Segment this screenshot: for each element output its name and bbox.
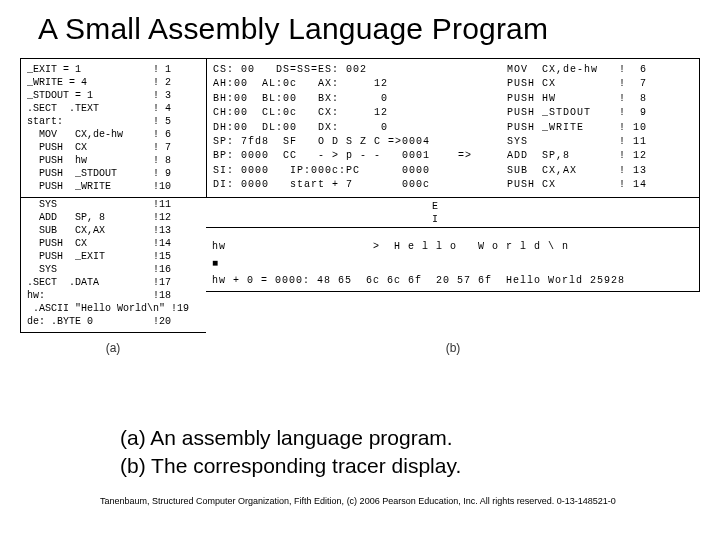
figure-container: _EXIT = 1 ! 1 _WRITE = 4 ! 2 _STDOUT = 1…	[20, 58, 700, 398]
credit-line: Tanenbaum, Structured Computer Organizat…	[100, 496, 616, 506]
panel-b-right-col: E I hw > H e l l o W o r l d \ n ■ hw + …	[206, 198, 700, 333]
caption-block: (a) An assembly language program. (b) Th…	[120, 424, 700, 480]
panel-b-registers: CS: 00 DS=SS=ES: 002 MOV CX,de-hw ! 6 AH…	[206, 58, 700, 198]
label-b: (b)	[206, 341, 700, 355]
slide-root: A Small Assembly Language Program _EXIT …	[0, 0, 720, 540]
panel-a-source-top: _EXIT = 1 ! 1 _WRITE = 4 ! 2 _STDOUT = 1…	[20, 58, 206, 198]
figure-labels: (a) (b)	[20, 341, 700, 355]
caption-line-a: (a) An assembly language program.	[120, 424, 700, 452]
label-a: (a)	[20, 341, 206, 355]
slide-title: A Small Assembly Language Program	[38, 12, 700, 46]
figure-mid-row: SYS !11 ADD SP, 8 !12 SUB CX,AX !13 PUSH…	[20, 198, 700, 333]
panel-b-ei: E I	[206, 198, 700, 228]
caption-line-b: (b) The corresponding tracer display.	[120, 452, 700, 480]
panel-b-output: hw > H e l l o W o r l d \ n ■ hw + 0 = …	[206, 228, 700, 292]
panel-a-source-bottom: SYS !11 ADD SP, 8 !12 SUB CX,AX !13 PUSH…	[20, 198, 206, 333]
figure-top-row: _EXIT = 1 ! 1 _WRITE = 4 ! 2 _STDOUT = 1…	[20, 58, 700, 198]
